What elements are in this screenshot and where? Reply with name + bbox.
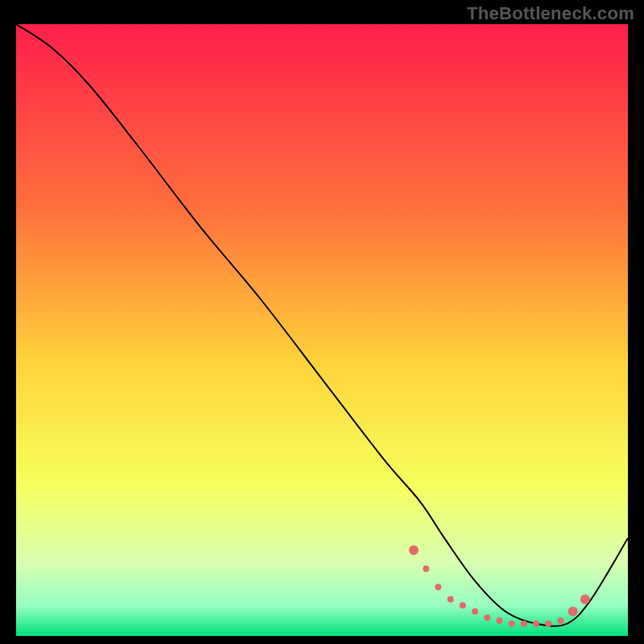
marker-point xyxy=(423,565,429,572)
marker-point xyxy=(545,621,551,627)
marker-point xyxy=(509,621,515,627)
marker-point xyxy=(533,621,539,627)
marker-point xyxy=(435,584,441,590)
marker-point xyxy=(521,621,527,627)
marker-point xyxy=(409,546,419,555)
marker-point xyxy=(568,607,578,617)
marker-point xyxy=(472,609,478,615)
marker-point xyxy=(460,602,466,609)
watermark-text: TheBottleneck.com xyxy=(467,3,634,24)
chart-stage: TheBottleneck.com xyxy=(0,0,644,644)
marker-point xyxy=(496,617,502,624)
marker-point xyxy=(484,614,490,621)
marker-point xyxy=(557,617,564,624)
chart-svg xyxy=(16,24,628,636)
marker-point xyxy=(448,596,454,602)
marker-point xyxy=(580,594,590,604)
plot-background xyxy=(16,24,628,636)
